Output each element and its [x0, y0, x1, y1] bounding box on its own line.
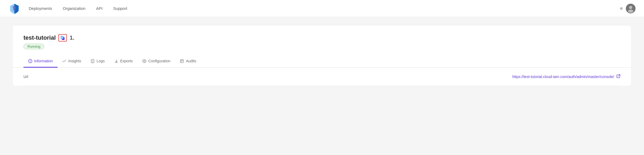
copy-icon-button[interactable]: [58, 34, 67, 42]
main-content: test-tutorial 1. Running: [0, 17, 644, 86]
svg-rect-6: [30, 61, 30, 62]
user-avatar[interactable]: [626, 4, 635, 13]
tab-information[interactable]: Information: [23, 56, 58, 68]
configuration-tab-icon: [142, 59, 146, 63]
tab-logs[interactable]: Logs: [86, 56, 109, 68]
tab-insights-label: Insights: [68, 59, 81, 63]
svg-rect-14: [180, 60, 184, 63]
audits-tab-icon: [180, 59, 184, 63]
tab-exports[interactable]: Exports: [110, 56, 138, 68]
logs-tab-icon: [91, 59, 95, 63]
svg-point-7: [30, 60, 31, 60]
nav-support[interactable]: Support: [113, 6, 127, 11]
connection-status-dot: [620, 7, 623, 10]
nav-deployments[interactable]: Deployments: [29, 6, 52, 11]
tab-insights[interactable]: Insights: [58, 56, 86, 68]
tab-audits-label: Audits: [186, 59, 196, 63]
svg-rect-18: [181, 61, 182, 62]
logo[interactable]: [9, 3, 20, 14]
tab-exports-label: Exports: [120, 59, 133, 63]
deployment-title: test-tutorial: [23, 34, 56, 41]
tab-configuration[interactable]: Configuration: [138, 56, 175, 68]
tabs-bar: Information Insights: [13, 56, 631, 68]
exports-tab-icon: [114, 59, 118, 63]
svg-point-2: [628, 10, 633, 13]
navbar: Deployments Organization API Support: [0, 0, 644, 17]
title-row: test-tutorial 1.: [23, 34, 621, 42]
tab-information-label: Information: [34, 59, 53, 63]
url-row: Url https://test-tutorial.cloud-iam.com/…: [23, 68, 621, 86]
external-link-icon[interactable]: [616, 74, 621, 79]
tab-logs-label: Logs: [96, 59, 104, 63]
information-tab-icon: [28, 59, 32, 63]
navbar-right: [620, 4, 635, 13]
navbar-links: Deployments Organization API Support: [29, 6, 620, 11]
status-badge: Running: [23, 44, 44, 49]
svg-rect-4: [61, 36, 63, 39]
nav-organization[interactable]: Organization: [63, 6, 86, 11]
nav-api[interactable]: API: [96, 6, 103, 11]
step-number: 1.: [70, 34, 74, 41]
url-value-container: https://test-tutorial.cloud-iam.com/auth…: [512, 74, 621, 79]
insights-tab-icon: [62, 59, 66, 63]
deployment-card: test-tutorial 1. Running: [13, 26, 631, 86]
tab-audits[interactable]: Audits: [175, 56, 201, 68]
svg-point-1: [629, 6, 632, 9]
tab-configuration-label: Configuration: [148, 59, 170, 63]
url-label: Url: [23, 75, 77, 79]
copy-icon: [60, 35, 65, 40]
url-link[interactable]: https://test-tutorial.cloud-iam.com/auth…: [512, 75, 614, 79]
